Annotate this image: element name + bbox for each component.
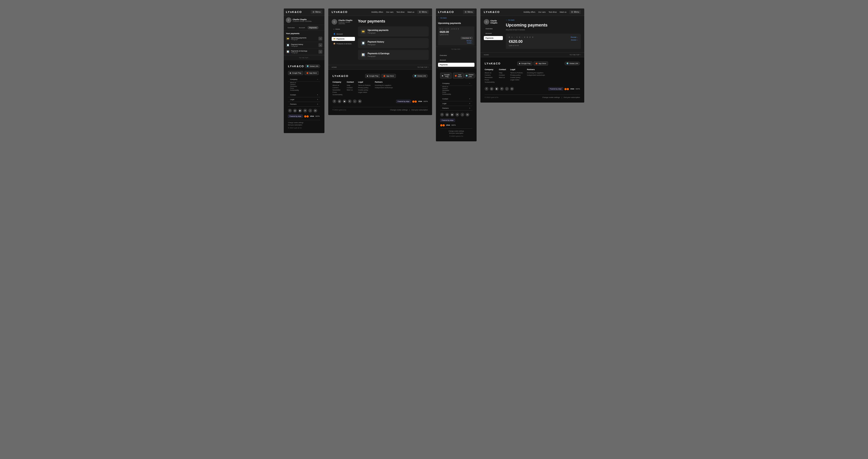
sidebar-payments[interactable]: Payments [484, 36, 503, 40]
invoice-link[interactable]: Invoice ↓ [571, 39, 578, 41]
twitter-icon[interactable]: ✕ [456, 113, 459, 117]
mobility-offers-link[interactable]: Mobility offers [524, 11, 535, 13]
meet-us-footer-link[interactable]: Meet us [347, 89, 354, 91]
end-subscription-link[interactable]: End your subscription [440, 132, 472, 134]
menu-button[interactable]: ☰ Menu [569, 10, 581, 14]
linkedin-icon[interactable]: in [358, 99, 362, 103]
facebook-icon[interactable]: f [440, 113, 444, 117]
end-subscription-link[interactable]: End your subscription [411, 109, 428, 111]
menu-button[interactable]: ☰ Menu [417, 10, 429, 14]
terms-link[interactable]: Terms & Policies [510, 72, 523, 74]
google-play-btn[interactable]: ▶ Google Play [440, 73, 452, 79]
youtube-icon[interactable]: ▶ [450, 113, 454, 117]
sidebar-item-home[interactable]: ⌂ Home [332, 27, 355, 31]
change-cookie-link[interactable]: Change cookie settings [542, 96, 560, 98]
instagram-icon[interactable]: ◎ [293, 109, 297, 113]
newsletter-link[interactable]: Newsletter [485, 76, 495, 79]
linkedin-icon[interactable]: in [510, 87, 514, 91]
tiktok-icon[interactable]: ♪ [505, 87, 509, 91]
sustainability-link[interactable]: Sustainability [485, 81, 495, 83]
test-drive-link[interactable]: Test drive [396, 11, 405, 13]
global-badge[interactable]: 🌍 Global | EN [564, 62, 580, 65]
contact-link[interactable]: Contact [347, 87, 354, 89]
terms-link[interactable]: Terms & Policies [358, 84, 371, 86]
google-play-btn[interactable]: ▶ Google Play [365, 74, 380, 78]
sidebar-overview[interactable]: Overview [438, 53, 474, 57]
test-drive-link[interactable]: Test drive [549, 11, 557, 13]
facebook-icon[interactable]: f [288, 109, 292, 113]
google-play-btn[interactable]: ▶ Google Play [288, 71, 303, 75]
twitter-icon[interactable]: ✕ [348, 99, 351, 103]
receipt-link[interactable]: Receipt ↓ [571, 36, 578, 38]
change-cookie-link[interactable]: Change cookie settings [390, 109, 408, 111]
workshops-link[interactable]: Independent workshops [527, 74, 545, 76]
cookie-link[interactable]: Cookie policy [358, 89, 371, 91]
help-link[interactable]: Help [347, 84, 354, 86]
twitter-icon[interactable]: ✕ [303, 109, 307, 113]
sidebar-account[interactable]: Account [438, 58, 474, 62]
our-cars-link[interactable]: Our cars [386, 11, 394, 13]
youtube-icon[interactable]: ▶ [343, 99, 346, 103]
tiktok-icon[interactable]: ♪ [353, 99, 356, 103]
sidebar-account[interactable]: Account [484, 31, 503, 35]
mobility-offers-link[interactable]: Mobility offers [371, 11, 383, 13]
newsletter-link[interactable]: Newsletter [290, 86, 318, 87]
menu-button[interactable]: ☰ Menu [463, 10, 474, 14]
global-badge[interactable]: 🌍 Global | EN [305, 64, 320, 68]
workshops-link[interactable]: Independent workshops [375, 87, 393, 89]
legal-notice-link[interactable]: Legal notice [358, 91, 371, 93]
earnings-arrow-btn[interactable]: → [318, 50, 322, 54]
receipt-btn[interactable]: Receipt ↓ [467, 40, 473, 41]
payment-history-card[interactable]: 🧾 Payment history Paragraph [358, 38, 429, 48]
end-subscription-link[interactable]: End your subscription [564, 96, 580, 98]
instagram-icon[interactable]: ◎ [490, 87, 494, 91]
sustainability-link[interactable]: Sustainability [290, 89, 318, 91]
contact-link[interactable]: Contact [499, 74, 506, 76]
history-arrow-btn[interactable]: → [318, 43, 322, 47]
meet-us-footer-link[interactable]: Meet us [499, 76, 506, 79]
about-us-link[interactable]: About us [442, 86, 470, 87]
our-cars-link[interactable]: Our cars [538, 11, 546, 13]
app-store-btn[interactable]: 🍎 App Store [305, 71, 319, 75]
sidebar-payments[interactable]: Payments [438, 63, 474, 67]
tab-overview[interactable]: Overview [286, 26, 296, 29]
app-store-btn[interactable]: 🍎 App Store [381, 74, 396, 78]
newsletter-link[interactable]: Newsletter [442, 90, 470, 91]
to-top-link[interactable]: TO THE TOP ↑ [417, 66, 429, 68]
company-accordion[interactable]: Company − [288, 77, 320, 82]
invoice-btn[interactable]: Invoice ↓ [467, 42, 473, 44]
upcoming-arrow-btn[interactable]: → [318, 37, 322, 40]
youtube-icon[interactable]: ▶ [298, 109, 302, 113]
linkedin-icon[interactable]: in [466, 113, 469, 117]
twitter-icon[interactable]: ✕ [500, 87, 504, 91]
legal-accordion[interactable]: Legal + [288, 97, 320, 102]
invoicing-link[interactable]: Invoicing for suppliers [375, 84, 393, 86]
about-us-link[interactable]: About us [290, 82, 318, 83]
end-subscription-link[interactable]: End your subscription [288, 124, 320, 126]
help-link[interactable]: Help [499, 72, 506, 74]
app-store-btn[interactable]: 🍎 App Store [453, 73, 464, 79]
google-play-btn[interactable]: ▶ Google Play [517, 61, 532, 65]
invoicing-link[interactable]: Invoicing for suppliers [527, 72, 545, 74]
partners-accordion[interactable]: Partners + [440, 106, 472, 111]
youtube-icon[interactable]: ▶ [495, 87, 499, 91]
cookie-link[interactable]: Cookie policy [510, 76, 523, 79]
global-badge[interactable]: 🌍 Global | EN [412, 74, 428, 78]
upcoming-payments-card[interactable]: 💳 Upcoming payments Paragraph [358, 27, 429, 36]
facebook-icon[interactable]: f [333, 99, 336, 103]
legal-accordion[interactable]: Legal + [440, 101, 472, 106]
download-btn[interactable]: Download ▼ [461, 37, 473, 39]
sidebar-item-products[interactable]: 📦 Products & services [332, 42, 355, 46]
instagram-icon[interactable]: ◎ [338, 99, 341, 103]
tiktok-icon[interactable]: ♪ [308, 109, 312, 113]
tiktok-icon[interactable]: ♪ [461, 113, 464, 117]
sustainability-link[interactable]: Sustainability [333, 94, 342, 96]
press-link[interactable]: Press [442, 92, 470, 93]
press-link[interactable]: Press [333, 91, 342, 93]
facebook-icon[interactable]: f [485, 87, 489, 91]
tab-payments[interactable]: Payments [308, 26, 318, 29]
company-accordion[interactable]: Company − [440, 81, 472, 86]
contact-accordion[interactable]: Contact + [440, 97, 472, 101]
press-link[interactable]: Press [485, 79, 495, 81]
careers-link[interactable]: Careers [290, 84, 318, 85]
